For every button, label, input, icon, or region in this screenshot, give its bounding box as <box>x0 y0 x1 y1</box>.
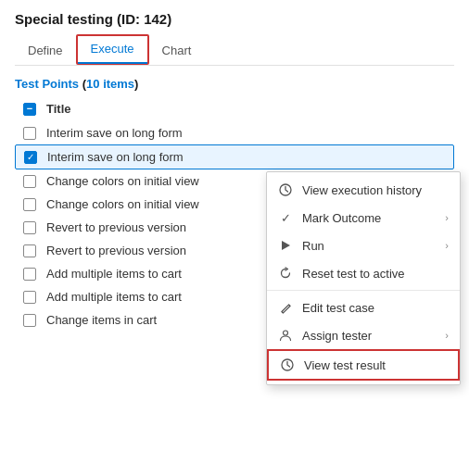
row-checkbox-col <box>20 175 39 188</box>
svg-marker-1 <box>282 241 290 250</box>
row-checkbox[interactable] <box>23 221 36 234</box>
chevron-right-icon: › <box>445 212 449 223</box>
pencil-icon <box>278 300 293 315</box>
ctx-label: Reset test to active <box>302 267 449 281</box>
ctx-label: Assign tester <box>302 329 436 343</box>
ctx-item-reset-test[interactable]: Reset test to active <box>267 259 460 287</box>
ctx-label: Edit test case <box>302 301 449 315</box>
test-points-list: Interim save on long form Interim save o… <box>15 121 454 332</box>
section-title: Test Points (10 items) <box>15 77 454 91</box>
row-checkbox[interactable] <box>23 291 36 304</box>
row-checkbox-checked[interactable] <box>24 151 37 164</box>
row-checkbox[interactable] <box>23 127 36 140</box>
person-icon <box>278 328 293 343</box>
ctx-item-assign-tester[interactable]: Assign tester › <box>267 321 460 349</box>
ctx-item-edit-test-case[interactable]: Edit test case <box>267 294 460 321</box>
row-checkbox[interactable] <box>23 244 36 257</box>
row-checkbox-col <box>20 314 39 327</box>
tab-chart[interactable]: Chart <box>149 38 205 65</box>
section-count: 10 items <box>86 77 134 91</box>
ctx-label: Run <box>302 239 436 253</box>
tab-define[interactable]: Define <box>15 38 76 65</box>
context-menu: View execution history ✓ Mark Outcome › … <box>266 171 461 385</box>
clock-icon <box>278 182 293 197</box>
row-checkbox-col <box>20 291 39 304</box>
row-checkbox[interactable] <box>23 314 36 327</box>
row-checkbox[interactable] <box>23 268 36 281</box>
row-label: Interim save on long form <box>47 150 448 164</box>
table-row-selected[interactable]: Interim save on long form View execution… <box>15 144 454 169</box>
row-checkbox[interactable] <box>23 175 36 188</box>
row-label: Interim save on long form <box>46 126 449 140</box>
row-checkbox-col <box>20 198 39 211</box>
ctx-item-view-test-result[interactable]: View test result <box>267 349 460 381</box>
ctx-label: View execution history <box>302 183 449 197</box>
tabs-bar: Define Execute Chart <box>15 34 454 66</box>
page-container: Special testing (ID: 142) Define Execute… <box>0 0 469 476</box>
row-checkbox-col <box>20 268 39 281</box>
reset-icon <box>278 266 293 281</box>
ctx-item-run[interactable]: Run › <box>267 232 460 259</box>
tab-execute[interactable]: Execute <box>76 34 149 65</box>
ctx-item-mark-outcome[interactable]: ✓ Mark Outcome › <box>267 204 460 232</box>
ctx-label: View test result <box>304 358 447 372</box>
chevron-right-icon: › <box>445 240 449 251</box>
play-icon <box>278 238 293 253</box>
check-icon: ✓ <box>278 210 293 225</box>
table-row[interactable]: Interim save on long form <box>15 121 454 144</box>
svg-point-3 <box>284 331 288 335</box>
row-checkbox-col <box>20 221 39 234</box>
page-title: Special testing (ID: 142) <box>15 11 454 27</box>
select-all-checkbox[interactable] <box>23 103 36 116</box>
ctx-label: Mark Outcome <box>302 211 436 225</box>
ctx-item-view-execution-history[interactable]: View execution history <box>267 176 460 204</box>
clock-icon <box>280 357 295 372</box>
table-header: Title <box>15 98 454 119</box>
section-title-text: Test Points <box>15 77 79 91</box>
chevron-right-icon: › <box>445 330 449 341</box>
row-checkbox-col <box>20 244 39 257</box>
context-menu-divider <box>267 290 460 291</box>
row-checkbox[interactable] <box>23 198 36 211</box>
svg-line-2 <box>282 311 284 313</box>
row-checkbox-col <box>21 151 40 164</box>
row-checkbox-col <box>20 127 39 140</box>
column-title-header: Title <box>46 102 71 116</box>
header-checkbox-col <box>20 103 39 116</box>
